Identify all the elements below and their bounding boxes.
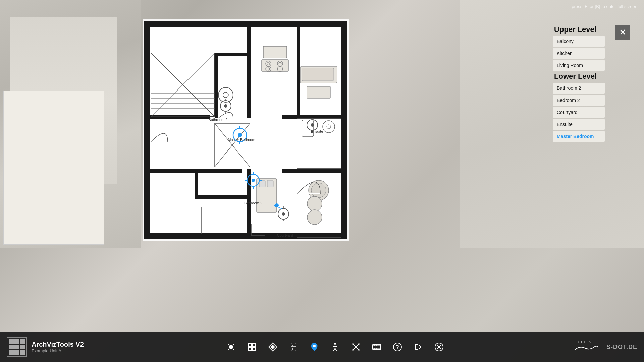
floorplan-container: Bathroom 2 Ensuite Master Bedroom Bedroo…: [143, 19, 349, 241]
svg-text:Master Bedroom: Master Bedroom: [228, 138, 255, 142]
help-icon: ?: [393, 342, 402, 352]
location-tool-button[interactable]: [306, 338, 323, 356]
brand-title: ArchVizTools V2: [32, 341, 84, 348]
exit-tool-button[interactable]: [410, 338, 427, 356]
svg-rect-115: [248, 343, 251, 346]
svg-point-101: [311, 183, 326, 198]
brand-icon-cell: [9, 345, 14, 350]
svg-point-74: [282, 212, 285, 216]
toolbar: ArchVizTools V2 Example Unit A: [0, 332, 644, 362]
brand-icon-cell: [9, 350, 14, 355]
appliance-tool-button[interactable]: [285, 338, 302, 356]
svg-rect-9: [247, 21, 251, 118]
help-tool-button[interactable]: ?: [389, 338, 406, 356]
room-btn-courtyard[interactable]: Courtyard: [553, 107, 605, 118]
svg-rect-121: [291, 343, 296, 351]
toolbar-tools: ?: [97, 338, 573, 356]
svg-point-91: [275, 203, 279, 207]
svg-rect-3: [144, 21, 150, 239]
svg-line-112: [233, 349, 234, 350]
svg-text:Ensuite: Ensuite: [311, 129, 323, 133]
fullscreen-hint: press [F] or [B] to enter full screen: [572, 4, 637, 9]
svg-rect-56: [195, 169, 198, 195]
room-btn-kitchen[interactable]: Kitchen: [553, 48, 605, 59]
drone-tool-button[interactable]: [347, 338, 365, 356]
svg-text:Bedroom 2: Bedroom 2: [244, 201, 262, 205]
svg-line-113: [233, 344, 234, 345]
svg-rect-11: [215, 53, 218, 118]
svg-rect-59: [259, 180, 265, 187]
svg-point-126: [334, 343, 336, 345]
svg-rect-116: [253, 343, 256, 346]
brand-text: ArchVizTools V2 Example Unit A: [32, 341, 84, 353]
toolbar-right: CLIENT S-DOT.DE: [573, 340, 637, 354]
brand-icon-cell: [20, 350, 25, 355]
svg-point-80: [224, 104, 227, 108]
svg-rect-1: [144, 21, 347, 27]
svg-point-102: [307, 196, 322, 211]
svg-rect-57: [195, 195, 250, 199]
sdot-logo: S-DOT.DE: [606, 344, 637, 351]
sun-icon: [226, 342, 236, 352]
room-btn-living-room[interactable]: Living Room: [553, 60, 605, 71]
drone-icon: [351, 342, 361, 352]
brand-icon-cell: [20, 339, 25, 344]
svg-text:?: ?: [396, 344, 399, 350]
svg-rect-131: [355, 346, 357, 348]
paint-icon: [268, 342, 277, 352]
brand-icon-cell: [9, 339, 14, 344]
brand-section: ArchVizTools V2 Example Unit A: [7, 337, 84, 357]
svg-point-106: [229, 345, 233, 349]
grid-icon: [247, 342, 257, 352]
client-label: CLIENT: [573, 340, 600, 344]
brand-icon-cell: [14, 345, 19, 350]
room-btn-ensuite[interactable]: Ensuite: [553, 119, 605, 130]
shelves-decoration: [3, 90, 104, 245]
brand-icon: [7, 337, 27, 357]
svg-marker-120: [270, 345, 275, 349]
close-panel-button[interactable]: ✕: [615, 25, 630, 40]
svg-rect-60: [267, 180, 273, 187]
sun-tool-button[interactable]: [222, 338, 240, 356]
close-icon: [434, 342, 444, 352]
svg-rect-4: [341, 21, 347, 239]
svg-point-62: [252, 179, 255, 182]
svg-text:Courtyard: Courtyard: [277, 233, 293, 237]
room-btn-bathroom2[interactable]: Bathroom 2: [553, 83, 605, 94]
room-btn-master-bedroom[interactable]: Master Bedroom: [553, 131, 605, 142]
svg-rect-12: [215, 53, 247, 56]
accessibility-icon: [330, 342, 340, 352]
brand-icon-cell: [14, 350, 19, 355]
svg-rect-118: [253, 348, 256, 351]
room-btn-balcony[interactable]: Balcony: [553, 36, 605, 47]
client-signature: [573, 344, 600, 354]
svg-rect-29: [307, 86, 330, 98]
svg-point-125: [313, 345, 316, 347]
film-tool-button[interactable]: [368, 338, 385, 356]
accessibility-tool-button[interactable]: [326, 338, 344, 356]
svg-text:Bathroom 2: Bathroom 2: [209, 118, 228, 122]
svg-rect-117: [248, 348, 251, 351]
svg-line-130: [335, 348, 337, 351]
grid-tool-button[interactable]: [243, 338, 261, 356]
svg-rect-28: [302, 68, 334, 81]
svg-point-86: [311, 123, 314, 127]
brand-subtitle: Example Unit A: [32, 348, 84, 353]
brand-icon-cell: [14, 339, 19, 344]
close-tool-button[interactable]: [430, 338, 448, 356]
svg-point-68: [238, 133, 242, 137]
room-btn-bedroom2[interactable]: Bedroom 2: [553, 95, 605, 106]
svg-rect-2: [144, 233, 347, 239]
svg-rect-30: [263, 46, 287, 58]
svg-line-129: [333, 348, 335, 351]
film-icon: [372, 342, 381, 352]
svg-line-114: [228, 349, 229, 350]
lower-level-header: Lower Level: [553, 72, 630, 81]
refrigerator-icon: [289, 342, 298, 352]
svg-point-103: [307, 210, 322, 225]
paint-tool-button[interactable]: [264, 338, 281, 356]
exit-icon: [414, 342, 423, 352]
svg-rect-10: [297, 21, 300, 118]
location-icon: [310, 342, 319, 352]
room-navigation-panel: ✕ Upper Level Balcony Kitchen Living Roo…: [553, 25, 630, 143]
